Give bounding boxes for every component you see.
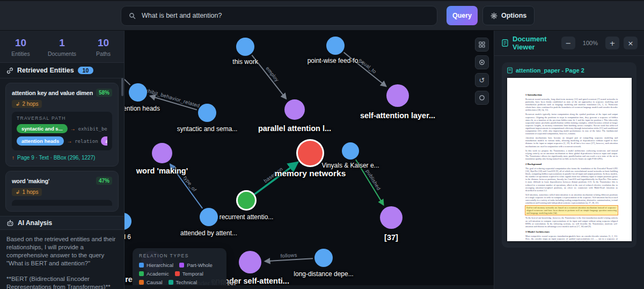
score-badge: 58% [96,89,112,97]
doc-paragraph: Recurrent neural networks, long short-te… [525,98,618,111]
graph-node[interactable] [152,143,172,163]
legend-swatch [139,280,144,285]
entity-name: word 'making' [12,178,49,184]
entity-card[interactable]: attention key and value dimensions 58% ↲… [5,83,119,167]
path-node-pill[interactable]: syntactic and s... [17,124,68,133]
graph-node-label: this work [232,58,258,66]
options-button[interactable]: Options [482,6,535,25]
stat-entities: 10 Entities [0,37,41,57]
doc-section-heading: 3 Model Architecture [525,230,618,233]
graph-node-label: syntactic and sema... [177,125,238,133]
stat-paths: 10 Paths [83,37,124,57]
zoom-in-button[interactable]: + [605,37,619,49]
graph-node[interactable] [342,142,359,160]
graph-node-label: word 'making' [136,167,188,175]
center-view-button[interactable] [475,55,489,69]
doc-paragraph: In this work we propose the Transformer,… [525,149,618,160]
document-icon [507,67,513,74]
document-viewer-panel: Document Viewer − 100% + × attention_pap… [494,31,644,289]
doc-paragraph: To the best of our knowledge, however, t… [525,216,618,227]
relation-arrow: → [67,138,72,144]
search-icon [129,12,136,19]
graph-node[interactable] [125,213,131,230]
traversal-path-box [12,200,112,206]
zoom-level: 100% [583,40,598,46]
document-card: attention_paper - Page 2 1 IntroductionR… [502,62,636,248]
source-text: Page 9 · Text · BBox (296, 1227) [17,155,95,161]
relation-label: relation [75,139,98,144]
graph-node[interactable] [314,249,333,267]
stat-value: 10 [0,37,41,49]
hops-badge: ↲2 hops [12,100,42,108]
document-page[interactable]: 1 IntroductionRecurrent neural networks,… [507,78,632,241]
up-arrow-icon: ↑ [12,155,14,161]
graph-node[interactable] [380,206,402,229]
hop-icon: ↲ [16,189,20,195]
legend-swatch [169,280,173,285]
graph-node[interactable] [129,83,147,102]
graph-node-label: recurrent attentio... [219,213,274,221]
hop-icon: ↲ [16,101,20,107]
relation-label: exhibit_beha.. [78,126,107,132]
score-badge: 47% [96,177,112,185]
stats-row: 10 Entities 1 Documents 10 Paths [0,31,124,63]
ai-analysis-title: AI Analysis [18,219,52,227]
retrieved-entities-title: Retrieved Entities [17,67,74,74]
circle-icon [479,95,485,101]
stat-documents: 1 Documents [41,37,83,57]
graph-node[interactable] [198,104,216,122]
query-button[interactable]: Query [447,6,478,25]
traversal-path-box: TRAVERSAL PATH syntactic and s... → exhi… [12,112,112,150]
stat-value: 10 [83,37,124,49]
graph-node[interactable] [386,84,409,107]
path-node-pill[interactable]: attention key a... [101,136,107,146]
bottom-strip [125,285,494,289]
graph-node[interactable] [200,208,218,226]
top-bar: Query Options [0,0,644,31]
graph-node-label: [37] [384,233,398,242]
doc-highlighted-text: End-to-end memory networks are based on … [525,206,618,215]
hops-badge: ↲1 hops [12,188,42,196]
page-number: 2 [507,235,632,238]
relation-types-legend: RELATION TYPES HierarchicalPart-WholeAca… [133,248,226,289]
layout-grid-button[interactable] [475,38,489,52]
graph-node[interactable] [298,141,323,165]
ai-paragraph: Based on the retrieved entities and thei… [6,235,118,268]
gear-icon [491,12,497,19]
source-link[interactable]: ↑ Page 9 · Text · BBox (296, 1227) [12,155,112,161]
search-input[interactable] [142,12,429,19]
robot-icon [6,220,14,227]
graph-node-label: self-attention layer... [360,111,435,120]
relation-arrow: → [70,126,76,132]
legend-swatch [139,263,144,268]
graph-node[interactable] [239,251,261,273]
graph-node-label: point-wise feed-fo... [308,57,364,64]
reset-rotate-button[interactable]: ↺ [475,73,489,87]
graph-canvas[interactable]: employequal_toexhibit_behavior_related_t… [125,31,494,289]
graph-node-label: attended by attent... [180,229,237,237]
legend-item: Hierarchical [139,262,173,268]
legend-swatch [179,263,184,268]
doc-paragraph: Recurrent models typically factor comput… [525,113,618,135]
graph-node[interactable] [238,192,255,209]
circle-layout-button[interactable] [475,91,489,105]
entity-card[interactable]: word 'making' 47% ↲1 hops [5,171,119,212]
zoom-out-button[interactable]: − [561,37,575,49]
graph-node-label: and 6 [125,233,131,241]
rotate-icon: ↺ [479,76,485,84]
legend-swatch [175,271,180,276]
sidebar-scrollbar[interactable] [121,78,123,96]
path-node-pill[interactable]: attention heads [17,136,64,146]
graph-node[interactable] [284,99,305,120]
options-label: Options [501,12,526,19]
graph-node[interactable] [236,38,254,56]
stat-label: Paths [83,50,124,57]
graph-node[interactable] [326,37,345,55]
link-icon [6,67,13,74]
graph-toolbar: ↺ [475,38,489,105]
legend-item: Technical [169,279,197,285]
document-viewer-title: Document Viewer [513,35,557,51]
close-button[interactable]: × [624,37,638,49]
search-box[interactable] [121,6,437,26]
document-icon [502,39,508,47]
